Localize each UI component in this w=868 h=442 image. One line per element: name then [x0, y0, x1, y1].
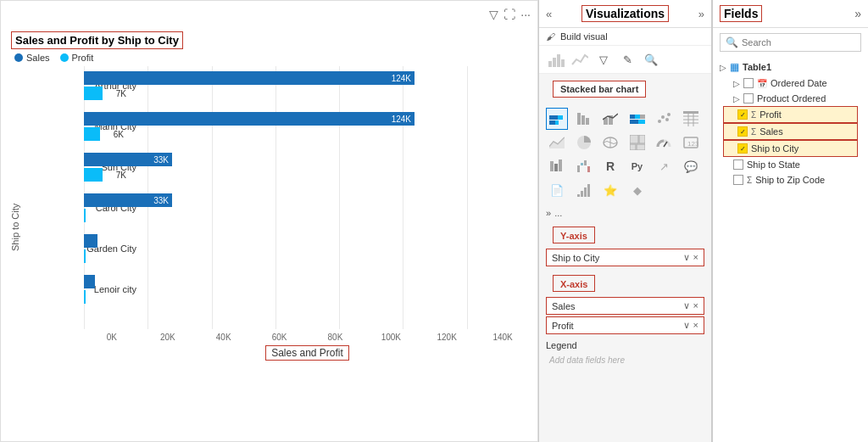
legend-section-label: Legend: [546, 340, 577, 350]
viz-icon-line-bar[interactable]: [599, 108, 621, 130]
fields-expand-icon[interactable]: »: [854, 7, 861, 20]
y-axis-chevron-icon[interactable]: ∨: [683, 252, 690, 263]
x-tick-4: 80K: [308, 333, 364, 342]
svg-point-18: [658, 120, 661, 123]
svg-rect-5: [558, 115, 563, 120]
viz-icon-arrow[interactable]: ↗: [653, 155, 675, 177]
viz-icon-page[interactable]: 📄: [546, 179, 568, 201]
bar-profit-label-marin: 6K: [114, 130, 124, 139]
viz-icon-r[interactable]: R: [599, 155, 621, 177]
fields-item-ship-state[interactable]: Ship to State: [720, 157, 861, 172]
viz-icon-waterfall[interactable]: [573, 155, 595, 177]
viz-more-label[interactable]: ...: [554, 208, 562, 218]
x-tick-1: 20K: [140, 333, 196, 342]
ship-city-checkbox[interactable]: [737, 143, 748, 154]
ship-zip-checkbox[interactable]: [733, 175, 743, 185]
viz-icon-100bar[interactable]: [626, 108, 648, 130]
legend-sales: Sales: [14, 53, 50, 63]
profit-dot: [60, 53, 69, 62]
y-axis-field-box: Ship to City ∨ ×: [546, 249, 704, 266]
y-axis-close-icon[interactable]: ×: [693, 252, 698, 263]
profit-checkbox[interactable]: [737, 109, 748, 120]
x-axis-sales-chevron-icon[interactable]: ∨: [683, 300, 690, 311]
x-axis-sales-actions: ∨ ×: [683, 300, 698, 311]
viz-icon-gauge[interactable]: [653, 131, 675, 154]
viz-icon-speech[interactable]: 💬: [680, 155, 702, 177]
viz-icon-bar2[interactable]: [573, 179, 595, 201]
bar-sales-garden: [84, 234, 97, 248]
viz-icon-card[interactable]: 123: [680, 131, 702, 154]
svg-rect-45: [587, 166, 590, 172]
sales-checkbox[interactable]: [737, 126, 748, 137]
viz-tab-analytics-icon[interactable]: 🔍: [641, 49, 661, 70]
svg-rect-2: [557, 54, 560, 67]
expand-icon[interactable]: ⛶: [504, 8, 515, 21]
svg-rect-47: [581, 191, 583, 197]
viz-tab-format-icon[interactable]: ✎: [617, 49, 637, 70]
x-axis-profit-chevron-icon[interactable]: ∨: [683, 320, 690, 331]
svg-point-21: [667, 113, 670, 116]
viz-tab-bar-icon[interactable]: [546, 49, 566, 70]
viz-type-tabs: ▽ ✎ 🔍: [539, 46, 711, 74]
ship-state-checkbox[interactable]: [733, 159, 743, 170]
svg-rect-15: [640, 115, 645, 119]
viz-icon-bar[interactable]: [573, 108, 595, 130]
x-axis-sales-close-icon[interactable]: ×: [693, 300, 698, 311]
filter-icon[interactable]: ▽: [489, 8, 498, 21]
viz-icon-ribbon[interactable]: [546, 155, 568, 177]
svg-rect-7: [555, 120, 559, 125]
viz-tab-line-icon[interactable]: [570, 49, 590, 70]
viz-icon-pie[interactable]: [573, 131, 595, 154]
svg-rect-10: [586, 118, 589, 125]
legend-placeholder: Add data fields here: [539, 353, 711, 367]
fields-search-box[interactable]: 🔍: [720, 33, 861, 52]
fields-item-product-ordered[interactable]: ▷ Product Ordered: [720, 91, 861, 106]
fields-table-header[interactable]: ▷ ▦ Table1: [720, 59, 861, 76]
viz-tab-filter-icon[interactable]: ▽: [593, 49, 614, 70]
viz-icon-treemap[interactable]: [626, 131, 648, 154]
fields-item-sales[interactable]: Σ Sales: [723, 123, 858, 140]
svg-rect-34: [630, 144, 636, 150]
fields-item-ship-city[interactable]: Ship to City: [723, 140, 858, 157]
bar-profit-arthur: 7K: [84, 87, 103, 100]
fields-item-ordered-date[interactable]: ▷ 📅 Ordered Date: [720, 76, 861, 91]
viz-icon-table[interactable]: [680, 108, 702, 130]
ordered-date-checkbox[interactable]: [743, 78, 754, 88]
svg-rect-16: [630, 120, 638, 124]
ship-zip-label: Ship to Zip Code: [755, 175, 825, 185]
x-axis-profit-close-icon[interactable]: ×: [693, 320, 698, 331]
viz-more-row[interactable]: » ...: [539, 204, 711, 221]
svg-rect-41: [559, 159, 562, 171]
viz-panel-collapse-icon[interactable]: «: [546, 8, 552, 20]
svg-text:123: 123: [687, 140, 698, 148]
fields-item-ship-zip[interactable]: Σ Ship to Zip Code: [720, 172, 861, 187]
search-icon: 🔍: [726, 36, 738, 48]
viz-icon-diamond[interactable]: ◆: [626, 179, 648, 201]
bar-row-garden: Garden City: [84, 229, 531, 268]
ship-city-label: Ship to City: [751, 143, 798, 154]
chart-toolbar: ▽ ⛶ ···: [489, 8, 531, 21]
search-input[interactable]: [742, 37, 855, 48]
svg-rect-43: [581, 163, 583, 165]
fields-item-profit[interactable]: Σ Profit: [723, 106, 858, 123]
more-icon[interactable]: ···: [520, 8, 531, 21]
product-ordered-checkbox[interactable]: [743, 93, 754, 104]
bar-profit-marin: 6K: [84, 127, 100, 141]
y-axis-field-actions: ∨ ×: [683, 252, 698, 263]
viz-icon-scatter[interactable]: [653, 108, 675, 130]
viz-icon-map[interactable]: [599, 131, 621, 154]
viz-icon-area[interactable]: [546, 131, 568, 154]
stacked-bar-chart-label: Stacked bar chart: [553, 81, 646, 98]
bar-row-arthur: Arthur city 124K 7K: [84, 66, 531, 105]
ordered-date-expand-icon: ▷: [733, 79, 740, 88]
svg-rect-17: [638, 120, 645, 124]
svg-rect-1: [553, 58, 556, 67]
bar-sales-sun: 33K: [84, 153, 172, 166]
viz-panel-expand-icon[interactable]: »: [698, 8, 704, 20]
viz-icon-star[interactable]: ⭐: [599, 179, 621, 201]
profit-sigma-icon: Σ: [751, 110, 756, 120]
viz-icon-stacked-bar[interactable]: [546, 108, 568, 130]
chart-container: Ship to City Arthur city: [8, 66, 531, 389]
svg-rect-9: [581, 115, 585, 125]
viz-icon-py[interactable]: Py: [626, 155, 648, 177]
